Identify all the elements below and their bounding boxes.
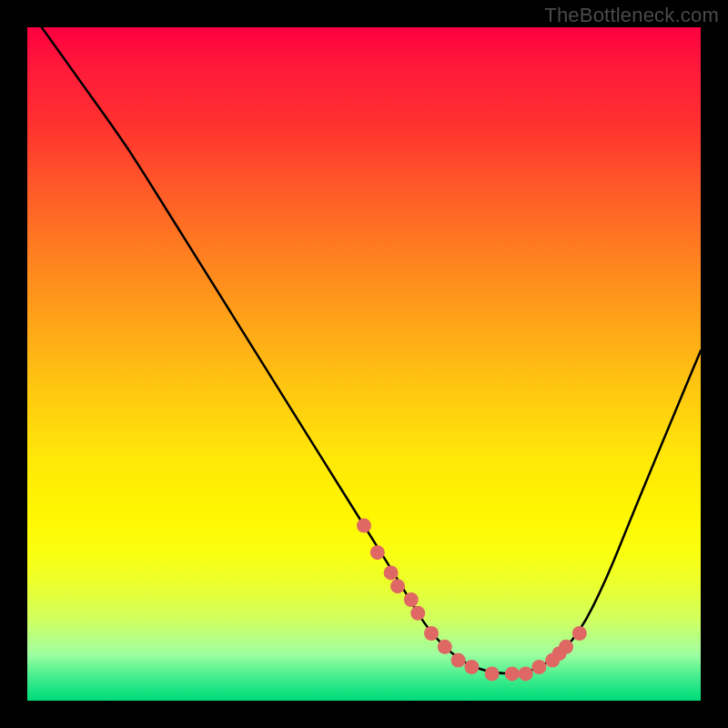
marker-dot — [438, 640, 452, 654]
marker-dot — [451, 653, 466, 668]
marker-dot — [572, 626, 587, 641]
marker-dot — [505, 666, 520, 681]
marker-dot — [370, 545, 385, 560]
marker-dot — [357, 519, 371, 533]
marker-dot — [464, 660, 479, 674]
marker-dot — [390, 579, 405, 593]
marker-dot — [519, 666, 533, 681]
marker-dot — [559, 640, 573, 654]
marker-dot — [485, 666, 500, 681]
chart-frame: TheBottleneck.com — [0, 0, 728, 728]
marker-dot — [384, 565, 399, 580]
curve-layer — [27, 27, 701, 701]
watermark-text: TheBottleneck.com — [544, 4, 719, 27]
marker-dot — [410, 606, 425, 621]
marker-dot — [424, 626, 439, 641]
bottleneck-curve — [27, 7, 701, 674]
plot-area — [27, 27, 701, 701]
marker-dot — [404, 592, 419, 607]
marker-dot — [531, 660, 546, 674]
highlight-markers — [357, 519, 587, 682]
